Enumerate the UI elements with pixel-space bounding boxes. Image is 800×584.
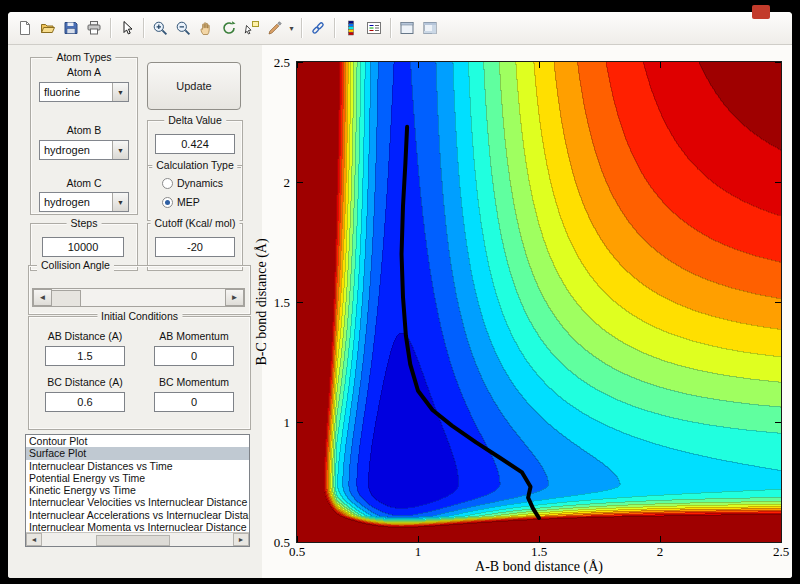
x-axis-tick-labels: 0.511.522.5	[296, 544, 782, 559]
toolbar-separator	[143, 18, 144, 38]
atom-a-value: fluorine	[40, 86, 112, 98]
ab-momentum-field[interactable]: 0	[154, 346, 234, 366]
collision-angle-title: Collision Angle	[37, 259, 114, 271]
toolbar-separator	[110, 18, 111, 38]
toolbar-separator	[390, 18, 391, 38]
toolbar-separator	[334, 18, 335, 38]
collision-angle-group: Collision Angle ◄ ►	[28, 265, 251, 315]
slider-right-arrow[interactable]: ►	[225, 289, 244, 306]
steps-field[interactable]: 10000	[42, 237, 124, 257]
y-tick-label: 1.5	[274, 295, 290, 311]
y-axis-label-text: B-C bond distance (Å)	[254, 238, 270, 365]
contour-plot-canvas[interactable]	[297, 62, 781, 542]
radio-mep-label: MEP	[177, 196, 200, 208]
brush-button[interactable]	[264, 16, 286, 40]
link-plots-button[interactable]	[307, 16, 329, 40]
bc-distance-label: BC Distance (A)	[35, 376, 135, 388]
x-tick-label: 2.5	[766, 544, 792, 560]
x-axis-label: A-B bond distance (Å)	[296, 559, 782, 575]
collision-angle-slider[interactable]: ◄ ►	[32, 288, 245, 307]
update-button[interactable]: Update	[147, 62, 241, 110]
open-file-button[interactable]	[37, 16, 59, 40]
listbox-horizontal-scrollbar[interactable]: ◄ ►	[26, 532, 249, 546]
scrollbar-thumb[interactable]	[96, 535, 170, 546]
x-tick-label: 0.5	[282, 544, 312, 560]
delta-value-title: Delta Value	[164, 114, 226, 126]
cutoff-field[interactable]: -20	[155, 237, 235, 257]
scrollbar-right-arrow[interactable]: ►	[233, 533, 249, 546]
initial-conditions-group: Initial Conditions AB Distance (A) AB Mo…	[28, 316, 251, 430]
steps-title: Steps	[67, 217, 102, 229]
atom-b-label: Atom B	[31, 124, 137, 136]
radio-icon[interactable]	[162, 178, 173, 189]
y-tick-label: 1	[284, 415, 291, 431]
list-item[interactable]: Kinetic Energy vs Time	[26, 484, 249, 496]
list-item[interactable]: Internuclear Distances vs Time	[26, 460, 249, 472]
insert-colorbar-button[interactable]	[340, 16, 362, 40]
delta-value-field[interactable]: 0.424	[155, 134, 235, 154]
dropdown-arrow-icon[interactable]: ▼	[112, 141, 128, 159]
list-item-selected[interactable]: Surface Plot	[26, 447, 249, 459]
atom-c-label: Atom C	[31, 177, 137, 189]
atom-c-dropdown[interactable]: hydrogen ▼	[39, 192, 129, 212]
initial-conditions-title: Initial Conditions	[97, 310, 182, 322]
scrollbar-left-arrow[interactable]: ◄	[26, 533, 42, 546]
app-window: ▾ Atom Types Atom A fluorine ▼ Atom B hy…	[8, 12, 792, 578]
ab-momentum-label: AB Momentum	[144, 330, 244, 342]
zoom-in-button[interactable]	[149, 16, 171, 40]
show-plot-tools-button[interactable]	[419, 16, 441, 40]
data-cursor-button[interactable]	[241, 16, 263, 40]
atom-c-value: hydrogen	[40, 196, 112, 208]
list-item[interactable]: Contour Plot	[26, 435, 249, 447]
bc-momentum-label: BC Momentum	[144, 376, 244, 388]
atom-a-dropdown[interactable]: fluorine ▼	[39, 82, 129, 102]
plot-type-listbox[interactable]: Contour Plot Surface Plot Internuclear D…	[25, 434, 250, 547]
calculation-type-group: Calculation Type Dynamics MEP	[147, 165, 243, 221]
cutoff-title: Cutoff (Kcal/ mol)	[151, 217, 240, 229]
slider-thumb[interactable]	[51, 290, 81, 307]
x-tick-label: 2	[645, 544, 675, 560]
toolbar-separator	[301, 18, 302, 38]
list-item[interactable]: Potential Energy vs Time	[26, 472, 249, 484]
calculation-type-title: Calculation Type	[152, 159, 237, 171]
new-file-button[interactable]	[14, 16, 36, 40]
bc-momentum-field[interactable]: 0	[154, 392, 234, 412]
plot-area	[296, 61, 782, 543]
radio-icon-selected[interactable]	[162, 197, 173, 208]
radio-dynamics-label: Dynamics	[177, 177, 223, 189]
x-tick-label: 1	[403, 544, 433, 560]
save-button[interactable]	[60, 16, 82, 40]
atom-b-dropdown[interactable]: hydrogen ▼	[39, 140, 129, 160]
ab-distance-label: AB Distance (A)	[35, 330, 135, 342]
y-tick-label: 2.5	[274, 55, 290, 71]
edit-plot-arrow-button[interactable]	[116, 16, 138, 40]
slider-left-arrow[interactable]: ◄	[33, 289, 52, 306]
bc-distance-field[interactable]: 0.6	[45, 392, 125, 412]
dropdown-arrow-icon[interactable]: ▼	[112, 193, 128, 211]
brush-dropdown-icon[interactable]: ▾	[287, 24, 296, 33]
y-axis-label: B-C bond distance (Å)	[254, 61, 270, 543]
figure-toolbar: ▾	[8, 12, 792, 45]
cutoff-group: Cutoff (Kcal/ mol) -20	[147, 223, 243, 271]
x-tick-label: 1.5	[524, 544, 554, 560]
atom-b-value: hydrogen	[40, 144, 112, 156]
y-tick-label: 2	[284, 175, 291, 191]
pan-hand-button[interactable]	[195, 16, 217, 40]
print-button[interactable]	[83, 16, 105, 40]
radio-mep[interactable]: MEP	[162, 196, 200, 208]
rotate-3d-button[interactable]	[218, 16, 240, 40]
hide-plot-tools-button[interactable]	[396, 16, 418, 40]
dropdown-arrow-icon[interactable]: ▼	[112, 83, 128, 101]
insert-legend-button[interactable]	[363, 16, 385, 40]
list-item[interactable]: Internuclear Velocities vs Internuclear …	[26, 496, 249, 508]
window-decoration-red	[752, 5, 770, 19]
zoom-out-button[interactable]	[172, 16, 194, 40]
atom-a-label: Atom A	[31, 66, 137, 78]
atom-types-group: Atom Types Atom A fluorine ▼ Atom B hydr…	[30, 57, 138, 215]
radio-dynamics[interactable]: Dynamics	[162, 177, 223, 189]
list-item[interactable]: Internuclear Accelerations vs Internucle…	[26, 509, 249, 521]
ab-distance-field[interactable]: 1.5	[45, 346, 125, 366]
atom-types-group-title: Atom Types	[52, 51, 115, 63]
